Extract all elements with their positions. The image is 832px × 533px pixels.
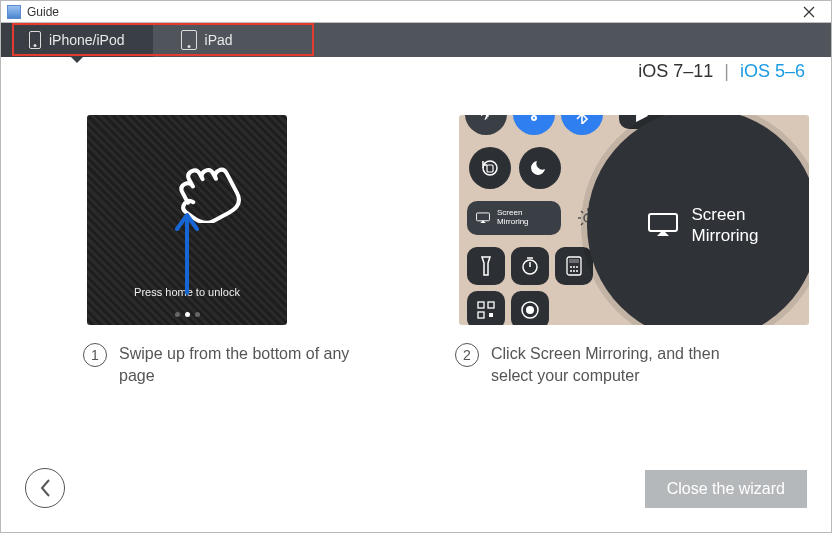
cc-rotation-lock-icon [469, 147, 511, 189]
svg-rect-6 [569, 259, 579, 263]
svg-rect-16 [489, 313, 493, 317]
iphone-icon [29, 31, 41, 49]
svg-point-9 [576, 266, 578, 268]
chevron-left-icon [38, 478, 52, 498]
airplay-icon [647, 212, 679, 238]
steps-row: Press home to unlock 1 Swipe up from the… [23, 115, 809, 386]
step-2-text: Click Screen Mirroring, and then select … [491, 343, 751, 386]
device-tabstrip: iPhone/iPod iPad [1, 23, 831, 57]
tab-iphone-ipod[interactable]: iPhone/iPod [1, 23, 153, 57]
svg-rect-2 [477, 213, 490, 221]
step-1: Press home to unlock 1 Swipe up from the… [23, 115, 401, 386]
cc-screen-mirroring-label: Screen Mirroring [497, 209, 529, 227]
svg-point-18 [526, 306, 534, 314]
step-1-illustration: Press home to unlock [87, 115, 287, 325]
step-2: ✈ ▶ [429, 115, 809, 386]
zoom-circle: Screen Mirroring [587, 115, 809, 325]
tab-label: iPhone/iPod [49, 32, 125, 48]
cc-screen-mirroring-tile: Screen Mirroring [467, 201, 561, 235]
svg-rect-13 [478, 302, 484, 308]
svg-point-12 [576, 270, 578, 272]
ios-version-divider: | [724, 61, 729, 81]
cc-timer-icon [511, 247, 549, 285]
cc-record-icon [511, 291, 549, 325]
svg-rect-15 [478, 312, 484, 318]
ipad-icon [181, 30, 197, 50]
svg-rect-19 [649, 214, 677, 231]
window-close-button[interactable] [789, 1, 829, 23]
step-2-illustration: ✈ ▶ [459, 115, 809, 325]
svg-rect-14 [488, 302, 494, 308]
page-dots [175, 312, 200, 317]
close-icon [803, 6, 815, 18]
svg-point-10 [570, 270, 572, 272]
svg-rect-1 [487, 165, 493, 172]
step-2-number: 2 [455, 343, 479, 367]
cc-qr-icon [467, 291, 505, 325]
tab-ipad[interactable]: iPad [153, 23, 261, 57]
cc-flashlight-icon [467, 247, 505, 285]
step-1-number: 1 [83, 343, 107, 367]
cc-bluetooth-icon [561, 115, 603, 135]
back-button[interactable] [25, 468, 65, 508]
ios-version-current: iOS 7–11 [638, 61, 713, 81]
svg-point-11 [573, 270, 575, 272]
zoom-circle-label: Screen Mirroring [691, 204, 758, 247]
cc-calculator-icon [555, 247, 593, 285]
tab-label: iPad [205, 32, 233, 48]
step-1-text: Swipe up from the bottom of any page [119, 343, 379, 386]
swipe-arrow-icon [173, 205, 201, 295]
ios-version-other-link[interactable]: iOS 5–6 [740, 61, 805, 81]
window-title: Guide [27, 5, 789, 19]
cc-dnd-icon [519, 147, 561, 189]
ios-version-switch: iOS 7–11 | iOS 5–6 [638, 61, 805, 82]
close-wizard-button[interactable]: Close the wizard [645, 470, 807, 508]
cc-airplane-icon: ✈ [465, 115, 507, 135]
svg-point-7 [570, 266, 572, 268]
window-titlebar: Guide [1, 1, 831, 23]
app-icon [7, 5, 21, 19]
content-area: iOS 7–11 | iOS 5–6 Press home to unlock [1, 57, 831, 532]
cc-wifi-icon [513, 115, 555, 135]
svg-point-8 [573, 266, 575, 268]
